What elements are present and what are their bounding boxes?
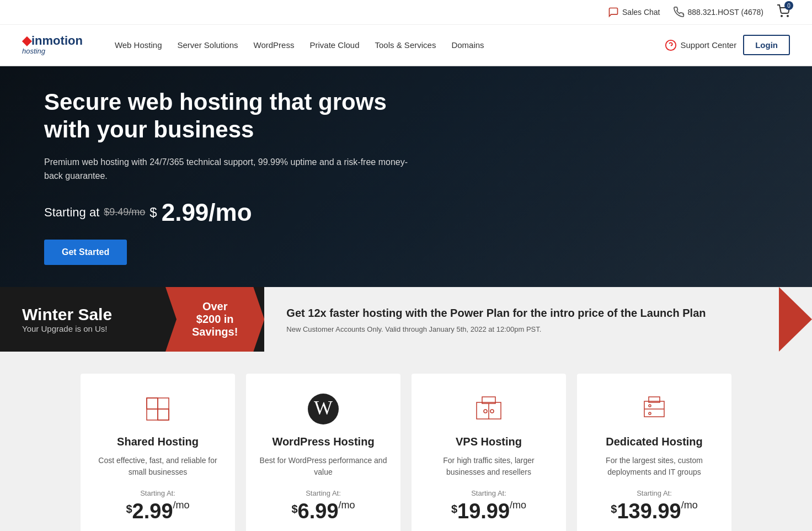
shared-hosting-desc: Cost effective, fast, and reliable for s… [94,455,222,478]
vps-hosting-card: VPS Hosting For high traffic sites, larg… [412,374,566,531]
svg-point-15 [490,410,494,413]
hosting-cards-section: Shared Hosting Cost effective, fast, and… [0,352,812,531]
support-center-link[interactable]: Support Center [665,39,736,51]
promo-offer-sub: New Customer Accounts Only. Valid throug… [286,325,790,333]
shared-price-dollar: $ [126,503,132,516]
svg-text:W: W [314,397,333,419]
shared-hosting-price-label: Starting At: [140,489,175,497]
svg-rect-7 [147,398,158,409]
dedicated-hosting-title: Dedicated Hosting [606,436,703,448]
wordpress-hosting-desc: Best for WordPress performance and value [259,455,387,478]
svg-point-19 [649,405,651,407]
promo-title: Winter Sale [22,305,143,324]
ded-price-mo: /mo [681,500,698,511]
hero-price: Starting at $9.49/mo $ 2.99/mo [44,199,419,226]
hero-price-strike: $9.49/mo [104,206,145,218]
promo-savings-line3: Savings! [192,326,238,338]
nav-items: Web Hosting Server Solutions WordPress P… [109,25,648,65]
dedicated-hosting-price-label: Starting At: [637,489,672,497]
top-bar: Sales Chat 888.321.HOST (4678) 0 [0,0,812,25]
hero-price-dollar: $ [149,205,157,220]
hero-subtitle: Premium web hosting with 24/7/365 techni… [44,155,419,183]
sales-chat-link[interactable]: Sales Chat [608,7,660,18]
logo[interactable]: ◆inmotion hosting [22,28,83,62]
wp-price-mo: /mo [339,500,355,511]
svg-point-0 [781,15,782,17]
svg-rect-8 [158,409,169,420]
shared-price-value: 2.99 [132,500,173,523]
hero-title: Secure web hosting that grows with your … [44,88,419,144]
hero-section: Secure web hosting that grows with your … [0,66,812,287]
nav-item-server-solutions[interactable]: Server Solutions [172,25,243,65]
support-icon [665,39,677,51]
wordpress-hosting-price-label: Starting At: [306,489,341,497]
svg-point-20 [649,412,651,415]
promo-right: Get 12x faster hosting with the Power Pl… [264,287,812,352]
sales-chat-label: Sales Chat [622,8,660,17]
promo-savings-line2: $200 in [196,313,234,326]
promo-offer-title: Get 12x faster hosting with the Power Pl… [286,305,790,321]
nav-item-private-cloud[interactable]: Private Cloud [304,25,365,65]
vps-price-dollar: $ [451,503,457,516]
hero-price-main: 2.99/mo [162,199,252,226]
nav-item-web-hosting[interactable]: Web Hosting [109,25,168,65]
cart-count: 0 [784,1,793,10]
promo-subtitle: Your Upgrade is on Us! [22,324,143,333]
phone-link[interactable]: 888.321.HOST (4678) [674,7,764,18]
login-button[interactable]: Login [743,35,790,55]
hero-starting-at: Starting at [44,205,99,220]
dedicated-hosting-card: Dedicated Hosting For the largest sites,… [577,374,731,531]
vps-hosting-desc: For high traffic sites, larger businesse… [425,455,553,478]
shared-price-mo: /mo [173,500,190,511]
main-nav: ◆inmotion hosting Web Hosting Server Sol… [0,25,812,66]
shared-hosting-price: $ 2.99 /mo [126,500,189,523]
phone-icon [674,7,685,18]
dedicated-hosting-desc: For the largest sites, custom deployment… [590,455,718,478]
logo-text: ◆inmotion [22,35,83,47]
shared-hosting-icon [140,391,175,427]
wordpress-hosting-price: $ 6.99 /mo [291,500,355,523]
ded-price-dollar: $ [611,503,617,516]
vps-price-mo: /mo [510,500,526,511]
shared-hosting-title: Shared Hosting [117,436,199,448]
vps-hosting-title: VPS Hosting [456,436,522,448]
promo-savings-line1: Over [202,300,228,313]
svg-point-1 [787,15,788,17]
dedicated-hosting-icon [637,391,672,427]
support-center-label: Support Center [680,40,736,50]
logo-subtitle: hosting [22,47,83,55]
svg-point-14 [484,410,487,413]
vps-hosting-price-label: Starting At: [471,489,506,497]
nav-item-domains[interactable]: Domains [446,25,489,65]
dedicated-hosting-price: $ 139.99 /mo [611,500,697,523]
promo-left: Winter Sale Your Upgrade is on Us! [0,287,165,352]
hero-content: Secure web hosting that grows with your … [44,88,419,265]
wordpress-hosting-icon: W [306,391,341,427]
cart-button[interactable]: 0 [777,4,790,20]
promo-arrow-decoration [779,287,812,352]
vps-hosting-icon [471,391,506,427]
wordpress-hosting-card: W WordPress Hosting Best for WordPress p… [246,374,400,531]
nav-right: Support Center Login [665,35,790,55]
vps-price-value: 19.99 [457,500,510,523]
ded-price-value: 139.99 [617,500,681,523]
promo-banner: Winter Sale Your Upgrade is on Us! Over … [0,287,812,352]
phone-label: 888.321.HOST (4678) [688,8,764,17]
hero-cta-button[interactable]: Get Started [44,240,127,265]
wordpress-hosting-title: WordPress Hosting [272,436,374,448]
promo-savings: Over $200 in Savings! [165,287,264,352]
wp-price-value: 6.99 [298,500,339,523]
nav-item-wordpress[interactable]: WordPress [248,25,300,65]
chat-icon [608,7,619,18]
vps-hosting-price: $ 19.99 /mo [451,500,526,523]
shared-hosting-card: Shared Hosting Cost effective, fast, and… [81,374,235,531]
nav-item-tools-services[interactable]: Tools & Services [370,25,442,65]
wp-price-dollar: $ [291,503,297,516]
